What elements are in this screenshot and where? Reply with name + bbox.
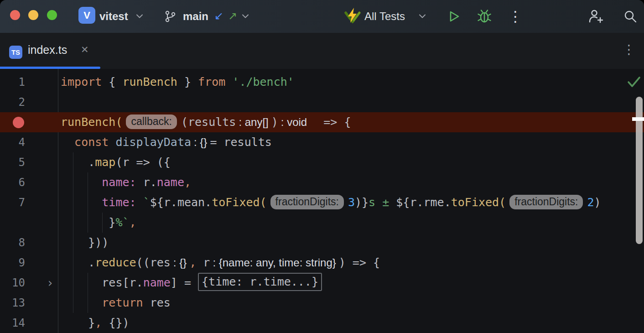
gutter[interactable]: 14 xyxy=(0,313,58,333)
code-text[interactable]: })) xyxy=(58,233,644,253)
code-line[interactable]: 10› res[r.name] = {time: r.time...} xyxy=(0,273,644,293)
inlay-type-hint: : void xyxy=(281,116,307,128)
line-number[interactable]: 13 xyxy=(0,293,25,313)
code-text[interactable]: const displayData: {}= results xyxy=(58,132,644,152)
code-token: })) xyxy=(61,236,109,249)
line-number[interactable]: 2 xyxy=(0,92,25,112)
code-token: = results xyxy=(210,135,271,149)
line-number[interactable]: 4 xyxy=(0,132,25,152)
code-line[interactable]: 8 })) xyxy=(0,233,644,253)
code-token: ] = xyxy=(171,276,198,289)
inspections-ok-check-icon[interactable] xyxy=(627,76,641,88)
gutter[interactable] xyxy=(0,213,58,233)
code-token: %` xyxy=(115,216,129,229)
gutter[interactable]: 6 xyxy=(0,172,58,193)
branch-selector[interactable]: main xyxy=(183,0,208,33)
traffic-light-close-button[interactable] xyxy=(10,10,20,20)
code-line[interactable]: runBench(callback:(results: any[]): void… xyxy=(0,112,644,132)
code-token: time: xyxy=(102,196,136,209)
line-number[interactable]: 9 xyxy=(0,253,25,273)
inlay-type-hint: : any[] xyxy=(239,116,268,128)
code-line[interactable]: 14 }, {}) xyxy=(0,313,644,333)
code-token: (results xyxy=(181,115,236,129)
inlay-parameter-pill[interactable]: fractionDigits: xyxy=(270,195,344,209)
gutter[interactable] xyxy=(0,112,58,132)
code-text[interactable]: import { runBench } from './bench' xyxy=(58,72,644,92)
code-text[interactable]: name: r.name, xyxy=(58,172,644,193)
code-text[interactable]: .reduce((res: {}, r: {name: any, time: s… xyxy=(58,253,644,273)
code-text[interactable]: }%`, xyxy=(58,213,644,233)
tab-options-button[interactable]: ⋮ xyxy=(621,40,637,60)
search-everywhere-button[interactable] xyxy=(621,7,639,26)
code-token: ${r.rme. xyxy=(396,196,451,209)
code-token xyxy=(61,135,74,149)
code-token: (r => ({ xyxy=(115,156,170,169)
code-token: ((res xyxy=(136,256,171,269)
code-token: name xyxy=(143,276,171,289)
more-actions-button[interactable]: ⋮ xyxy=(508,6,523,26)
code-line[interactable]: 9 .reduce((res: {}, r: {name: any, time:… xyxy=(0,253,644,273)
gutter[interactable]: 9 xyxy=(0,253,58,273)
run-button[interactable] xyxy=(445,7,463,26)
caret-stripe-mark[interactable] xyxy=(632,117,644,121)
code-token: ` xyxy=(143,196,150,209)
folded-code-box[interactable]: {time: r.time...} xyxy=(198,273,322,291)
code-line[interactable]: 2 xyxy=(0,92,644,112)
gutter[interactable]: 8 xyxy=(0,233,58,253)
code-token: ${r.mean. xyxy=(150,196,212,209)
code-token: . xyxy=(61,156,95,169)
inlay-parameter-pill[interactable]: fractionDigits: xyxy=(509,195,583,209)
gutter[interactable]: 1 xyxy=(0,72,58,92)
code-text[interactable]: res[r.name] = {time: r.time...} xyxy=(58,273,644,293)
traffic-light-minimize-button[interactable] xyxy=(28,10,38,20)
project-selector[interactable]: vitest xyxy=(99,0,128,33)
run-icon xyxy=(447,10,461,23)
code-text[interactable]: .map(r => ({ xyxy=(58,152,644,172)
debug-button[interactable] xyxy=(475,7,493,26)
gutter[interactable]: 7 xyxy=(0,193,58,213)
line-number[interactable]: 5 xyxy=(0,152,25,172)
gutter[interactable]: 5 xyxy=(0,152,58,172)
code-token: => { xyxy=(310,115,351,129)
fold-chevron-icon[interactable]: › xyxy=(47,273,54,292)
code-token: {}) xyxy=(102,316,129,329)
code-line[interactable]: 4 const displayData: {}= results xyxy=(0,132,644,152)
code-token: runBench xyxy=(122,75,177,88)
code-text[interactable]: }, {}) xyxy=(58,313,644,333)
close-tab-icon[interactable]: ✕ xyxy=(81,33,89,67)
run-configuration-selector[interactable]: All Tests xyxy=(364,0,405,33)
code-line[interactable]: 6 name: r.name, xyxy=(0,172,644,193)
code-line[interactable]: 13 return res xyxy=(0,293,644,313)
code-token: , xyxy=(189,256,196,269)
traffic-light-zoom-button[interactable] xyxy=(47,10,57,20)
code-text[interactable]: time: `${r.mean.toFixed(fractionDigits:3… xyxy=(58,193,644,213)
code-token: ) xyxy=(594,196,601,209)
code-line[interactable]: 5 .map(r => ({ xyxy=(0,152,644,172)
line-number[interactable]: 7 xyxy=(0,193,25,213)
line-number[interactable]: 14 xyxy=(0,313,25,333)
code-token: . xyxy=(61,256,95,269)
gutter[interactable]: 4 xyxy=(0,132,58,152)
breakpoint-dot[interactable] xyxy=(13,117,24,128)
inlay-parameter-pill[interactable]: callback: xyxy=(126,114,177,129)
typescript-file-icon: TS xyxy=(9,46,22,59)
line-number[interactable]: 1 xyxy=(0,72,25,92)
code-line[interactable]: }%`, xyxy=(0,213,644,233)
code-text[interactable]: return res xyxy=(58,293,644,313)
tab-index-ts[interactable]: TS index.ts ✕ xyxy=(0,33,100,69)
project-icon[interactable]: V xyxy=(78,7,95,24)
line-number[interactable]: 6 xyxy=(0,172,25,193)
code-text[interactable]: runBench(callback:(results: any[]): void… xyxy=(58,112,644,132)
line-number[interactable]: 10 xyxy=(0,273,25,293)
line-number[interactable]: 8 xyxy=(0,233,25,253)
code-line[interactable]: 1import { runBench } from './bench' xyxy=(0,72,644,92)
gutter[interactable]: 2 xyxy=(0,92,58,112)
code-editor[interactable]: 1import { runBench } from './bench'2runB… xyxy=(0,69,644,333)
code-token: import xyxy=(61,75,102,88)
code-line[interactable]: 7 time: `${r.mean.toFixed(fractionDigits… xyxy=(0,193,644,213)
add-user-icon xyxy=(587,9,604,24)
code-text[interactable] xyxy=(58,92,644,112)
code-with-me-button[interactable] xyxy=(587,7,605,26)
gutter[interactable]: 10› xyxy=(0,273,58,293)
gutter[interactable]: 13 xyxy=(0,293,58,313)
